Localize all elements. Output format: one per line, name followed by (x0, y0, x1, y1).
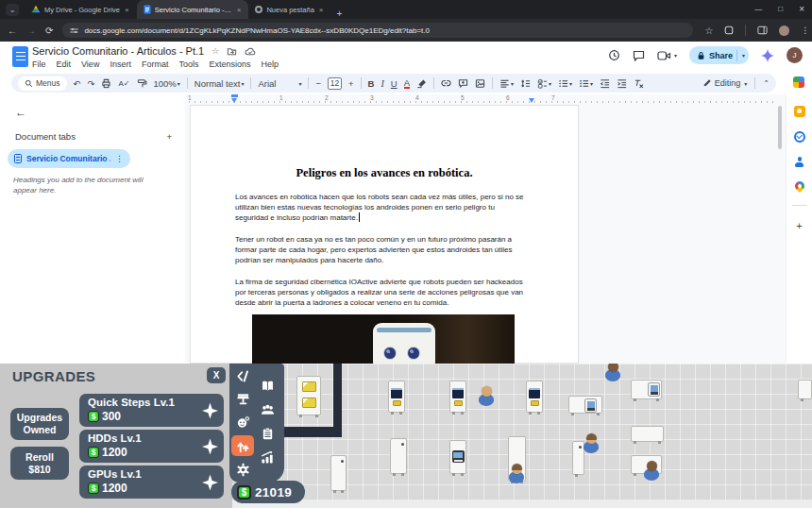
zoom-control[interactable]: 100% ▾ (154, 78, 180, 89)
scrollbar-thumb[interactable] (778, 106, 782, 149)
close-upgrades-button[interactable]: X (207, 367, 226, 383)
menu-insert[interactable]: Insert (110, 59, 131, 69)
right-margin-marker[interactable] (529, 98, 534, 103)
menu-format[interactable]: Format (142, 59, 169, 69)
align-control[interactable]: ▾ (499, 78, 514, 89)
sidebar-item-servicio-comunitario[interactable]: Servicio Comunitario ... ⋮ (8, 149, 130, 168)
tab-nueva-pestana[interactable]: Nueva pestaña × (248, 0, 330, 19)
gemini-sparkle-icon[interactable] (761, 49, 774, 62)
menu-extensions[interactable]: Extensions (209, 59, 250, 69)
extensions-icon[interactable] (724, 25, 734, 35)
print-button[interactable] (101, 78, 111, 89)
video-call-icon[interactable] (657, 50, 671, 61)
tab-search-icon[interactable]: ⌄ (6, 4, 19, 16)
upgrade-card-gpus[interactable]: GPUs Lv.1 $1200 (79, 466, 224, 499)
contacts-icon[interactable] (794, 157, 804, 167)
hide-menus-button[interactable]: ⌃ (763, 79, 770, 88)
tab-close-icon[interactable]: × (124, 6, 130, 14)
italic-button[interactable]: I (381, 78, 383, 89)
window-maximize-button[interactable]: □ (778, 5, 783, 13)
menu-help[interactable]: Help (261, 59, 279, 69)
star-document-icon[interactable]: ☆ (211, 46, 219, 56)
chevron-down-icon[interactable]: ▾ (674, 52, 677, 59)
tab-my-drive[interactable]: My Drive - Google Drive × (25, 0, 137, 19)
upgrades-dock-icon[interactable] (231, 435, 254, 456)
paragraph-style-control[interactable]: Normal text ▾ (195, 78, 245, 89)
share-button[interactable]: Share ▾ (689, 46, 749, 64)
tab-servicio-comunitario[interactable]: Servicio Comunitario - Articulo × (137, 0, 249, 19)
menu-view[interactable]: View (81, 59, 99, 69)
first-line-indent-marker[interactable] (231, 94, 238, 97)
document-heading[interactable]: Peligros en los avances en robótica. (191, 166, 578, 180)
get-addons-button[interactable]: + (796, 220, 802, 231)
checklist-control[interactable]: ▾ (537, 78, 551, 89)
spellcheck-button[interactable]: A✓ (118, 79, 129, 88)
bold-button[interactable]: B (368, 78, 375, 89)
underline-button[interactable]: U (391, 78, 398, 89)
font-size-decrease-button[interactable]: − (315, 78, 321, 89)
share-dropdown-icon[interactable]: ▾ (742, 52, 745, 59)
bookmark-star-icon[interactable]: ☆ (704, 25, 713, 36)
reroll-button[interactable]: Reroll $810 (10, 447, 69, 480)
comments-icon[interactable] (633, 50, 645, 61)
text-color-button[interactable]: A (404, 78, 410, 89)
paint-format-button[interactable] (137, 78, 147, 89)
document-title-input[interactable]: Servicio Comunitario - Articulos - Pt.1 (32, 45, 204, 57)
paragraph[interactable]: La firma de seguridad cibernética IOActi… (235, 277, 535, 308)
line-spacing-button[interactable] (520, 78, 531, 89)
increase-indent-button[interactable] (617, 78, 627, 89)
upgrade-card-quick-steps[interactable]: Quick Steps Lv.1 $300 (79, 394, 224, 427)
forward-icon[interactable]: → (26, 25, 36, 36)
menu-tools[interactable]: Tools (178, 59, 198, 69)
tab-options-icon[interactable]: ⋮ (115, 154, 124, 163)
sidebar-back-icon[interactable]: ← (15, 106, 26, 119)
add-tab-button[interactable]: + (166, 131, 172, 142)
clipboard-icon[interactable] (256, 423, 279, 444)
editing-mode-control[interactable]: Editing ▾ (702, 78, 748, 88)
font-size-field[interactable]: 12 (328, 77, 342, 90)
highlight-button[interactable] (416, 78, 427, 89)
menu-edit[interactable]: Edit (57, 59, 72, 69)
move-folder-icon[interactable] (227, 46, 237, 57)
stats-icon[interactable] (256, 447, 279, 467)
add-comment-button[interactable] (458, 78, 468, 89)
reload-icon[interactable]: ⟳ (45, 25, 53, 36)
insert-link-button[interactable] (441, 78, 451, 89)
clear-formatting-button[interactable] (634, 78, 644, 89)
window-close-button[interactable]: × (799, 4, 804, 14)
robot-image[interactable] (252, 314, 515, 364)
bulleted-list-control[interactable]: ▾ (558, 78, 572, 89)
left-margin-marker[interactable] (231, 98, 237, 103)
tab-close-icon[interactable]: × (236, 6, 243, 14)
docs-logo[interactable] (12, 46, 28, 67)
upgrades-owned-button[interactable]: Upgrades Owned (10, 408, 69, 440)
menus-search-button[interactable]: Menus (18, 76, 67, 91)
new-tab-button[interactable]: + (337, 8, 343, 19)
side-panel-app-icon[interactable] (793, 76, 804, 88)
numbered-list-control[interactable]: ▾ (579, 78, 593, 89)
cloud-status-icon[interactable] (245, 46, 256, 57)
settings-icon[interactable] (231, 459, 254, 480)
decrease-indent-button[interactable] (600, 78, 610, 89)
font-size-increase-button[interactable]: + (348, 78, 354, 89)
character-icon[interactable] (231, 412, 254, 432)
maps-icon[interactable] (792, 179, 805, 193)
font-family-control[interactable]: Arial ▾ (258, 78, 301, 89)
undo-button[interactable]: ↶ (74, 78, 81, 89)
book-icon[interactable] (256, 376, 279, 397)
insert-image-button[interactable] (475, 78, 485, 89)
browser-menu-icon[interactable]: ⋮ (801, 25, 809, 35)
document-page[interactable]: Peligros en los avances en robótica. Los… (191, 106, 578, 363)
redo-button[interactable]: ↷ (87, 78, 94, 89)
people-icon[interactable] (256, 399, 279, 420)
account-avatar[interactable]: J (787, 47, 803, 63)
paragraph[interactable]: Tener un robot en casa ya no es tan poco… (235, 234, 535, 265)
paragraph[interactable]: Los avances en robótica hacen que los ro… (235, 192, 535, 223)
back-icon[interactable]: ← (8, 25, 17, 36)
window-minimize-button[interactable]: — (754, 5, 762, 13)
code-icon[interactable] (231, 365, 254, 386)
menu-file[interactable]: File (32, 59, 46, 69)
url-field[interactable]: docs.google.com/document/d/1ZCgKLkPqKZNd… (62, 23, 693, 38)
side-panel-icon[interactable] (757, 25, 768, 35)
keep-icon[interactable] (794, 106, 805, 117)
